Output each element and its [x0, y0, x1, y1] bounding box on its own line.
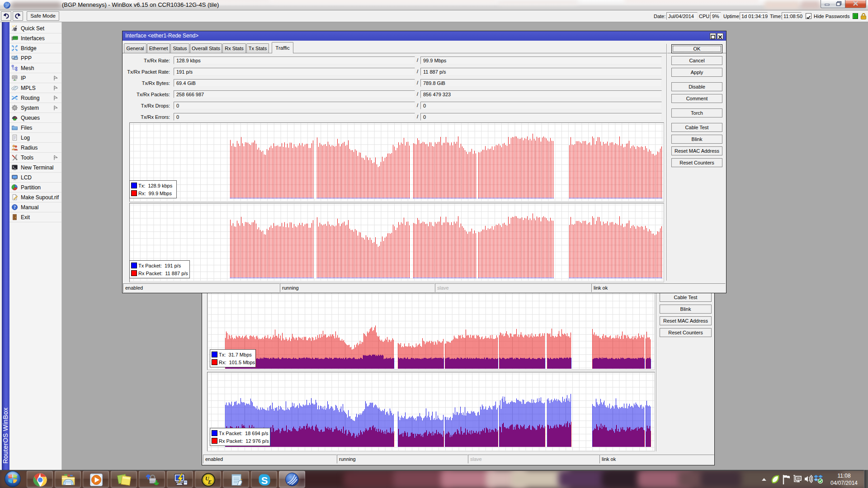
svg-text:S: S: [261, 475, 268, 486]
svg-text:E: E: [208, 479, 212, 485]
svg-text:255: 255: [13, 76, 17, 79]
svg-text:?: ?: [14, 205, 16, 210]
